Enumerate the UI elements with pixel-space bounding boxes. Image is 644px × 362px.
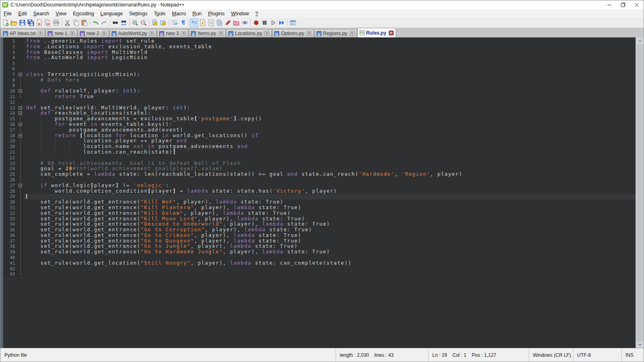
code-text[interactable]: set_rule(world.get_entrance("Kill Golem"… xyxy=(24,211,636,216)
code-text[interactable]: set_rule(world.get_entrance("Kill Plante… xyxy=(24,205,636,211)
code-line[interactable]: 29 xyxy=(3,194,636,200)
fold-collapse-icon[interactable] xyxy=(19,89,22,93)
tab-locations-py[interactable]: Locations.py× xyxy=(226,29,272,37)
menu-search[interactable]: Search xyxy=(30,10,53,17)
status-insert-mode[interactable]: INS xyxy=(621,348,644,362)
code-text[interactable]: from .Locations import exclusion_table, … xyxy=(24,44,636,50)
menu-language[interactable]: Language xyxy=(97,10,126,17)
cut-button[interactable] xyxy=(63,19,72,27)
code-text[interactable] xyxy=(24,255,636,261)
code-text[interactable]: set_rule(world.get_entrance("Descend to … xyxy=(24,222,636,227)
code-line[interactable]: 18 return [location for location in worl… xyxy=(3,133,636,139)
code-line[interactable]: 13def set_rules(world: MultiWorld, playe… xyxy=(3,105,636,111)
code-line[interactable]: 21 location.can_reach(state)] xyxy=(3,150,636,155)
code-line[interactable]: 9 xyxy=(3,83,636,88)
restore-button[interactable] xyxy=(616,0,630,9)
redo-button[interactable] xyxy=(100,19,108,27)
code-line[interactable]: 24 goal = 20#int(world.achievement_goal[… xyxy=(3,166,636,172)
tab-options-py[interactable]: Options.py× xyxy=(272,29,314,37)
code-line[interactable]: 5 xyxy=(3,61,636,66)
menu-macro[interactable]: Macro xyxy=(169,10,189,17)
code-line[interactable]: 32 set_rule(world.get_entrance("Kill Gol… xyxy=(3,211,636,216)
code-text[interactable] xyxy=(24,155,636,161)
tab-close-icon[interactable]: × xyxy=(102,31,107,36)
status-eol-format[interactable]: Windows (CR LF) xyxy=(529,348,573,362)
code-text[interactable]: set_rule(world.get_entrance("Kill WoF", … xyxy=(24,200,636,205)
tab-rules-py[interactable]: Rules.py× xyxy=(357,28,396,37)
document-list-button[interactable] xyxy=(215,19,224,27)
code-line[interactable]: 16 for event in events_table.keys(): xyxy=(3,122,636,128)
menu-run[interactable]: Run xyxy=(189,10,205,17)
code-line[interactable]: 42 xyxy=(3,266,636,272)
code-line[interactable]: 28 world.completion_condition[player] = … xyxy=(3,189,636,194)
tab-close-icon[interactable]: × xyxy=(149,31,154,36)
minimize-button[interactable] xyxy=(603,0,616,9)
code-text[interactable]: return [location for location in world.g… xyxy=(24,133,636,139)
code-line[interactable]: 26 xyxy=(3,177,636,183)
code-text[interactable]: # 88 total achievements. Goal is to defe… xyxy=(24,161,636,167)
monitoring-button[interactable] xyxy=(241,19,249,27)
folder-as-workspace-button[interactable] xyxy=(232,19,241,27)
new-file-button[interactable] xyxy=(1,19,10,27)
code-text[interactable]: location.player == player and xyxy=(24,138,636,144)
code-line[interactable]: 7class TerrariaLogic(LogicMixin): xyxy=(3,72,636,78)
tab-autoworld-py[interactable]: AutoWorld.py× xyxy=(109,29,157,37)
code-line[interactable]: 31 set_rule(world.get_entrance("Kill Pla… xyxy=(3,205,636,211)
code-line[interactable]: 36 set_rule(world.get_entrance("Go to Cr… xyxy=(3,233,636,239)
status-encoding[interactable]: UTF-8 xyxy=(573,348,621,362)
sync-scroll-horizontal-button[interactable] xyxy=(159,19,167,27)
code-line[interactable]: 30 set_rule(world.get_entrance("Kill WoF… xyxy=(3,200,636,205)
tab-close-icon[interactable]: × xyxy=(307,31,312,36)
tab-regions-py[interactable]: Regions.py× xyxy=(314,29,357,37)
code-line[interactable]: 22 xyxy=(3,155,636,161)
scroll-up-arrow-icon[interactable] xyxy=(636,37,644,44)
edit-marker-button[interactable] xyxy=(224,19,232,27)
code-text[interactable]: return True xyxy=(24,94,636,100)
code-line[interactable]: 27 if world.logic[player] != 'nologic': xyxy=(3,183,636,189)
tab-items-py[interactable]: Items.py× xyxy=(189,29,225,37)
code-line[interactable]: 40 xyxy=(3,255,636,261)
fold-margin[interactable] xyxy=(18,133,24,139)
macro-play-button[interactable] xyxy=(269,19,277,27)
code-text[interactable] xyxy=(24,266,636,272)
code-line[interactable]: 39 set_rule(world.get_entrance("Go to Ha… xyxy=(3,249,636,255)
code-text[interactable]: def rule(self, player: int): xyxy=(24,88,636,94)
code-text[interactable] xyxy=(24,194,636,200)
title-bar[interactable]: C:\Users\Dood\Documents\tmp\Archipelago\… xyxy=(0,0,644,9)
replace-button[interactable] xyxy=(120,19,128,27)
tab-close-icon[interactable]: × xyxy=(70,31,75,36)
menu-view[interactable]: View xyxy=(52,10,70,17)
fold-margin[interactable] xyxy=(18,111,24,116)
tab-new-2[interactable]: new 2× xyxy=(78,29,109,37)
code-line[interactable]: 17 postgame_advancements.add(event) xyxy=(3,128,636,133)
code-line[interactable]: 4from ..AutoWorld import LogicMixin xyxy=(3,55,636,61)
code-line[interactable]: 11 return True xyxy=(3,94,636,100)
zoom-out-button[interactable] xyxy=(139,19,148,27)
fold-collapse-icon[interactable] xyxy=(19,73,22,76)
code-line[interactable]: 19 location.player == player and xyxy=(3,138,636,144)
fold-collapse-icon[interactable] xyxy=(19,111,22,115)
tab-close-icon[interactable]: × xyxy=(38,31,43,36)
fold-margin[interactable] xyxy=(18,183,24,189)
code-text[interactable]: if world.logic[player] != 'nologic': xyxy=(24,183,636,189)
close-button[interactable] xyxy=(35,19,43,27)
document-map-button[interactable] xyxy=(207,19,215,27)
code-line[interactable]: 3from BaseClasses import MultiWorld xyxy=(3,50,636,56)
open-file-button[interactable] xyxy=(10,19,18,27)
tab-close-icon[interactable]: × xyxy=(219,31,223,36)
sync-scroll-vertical-button[interactable] xyxy=(151,19,159,27)
word-wrap-button[interactable] xyxy=(170,19,179,27)
fold-collapse-icon[interactable] xyxy=(19,184,22,187)
code-line[interactable]: 10 def rule(self, player: int): xyxy=(3,88,636,94)
code-text[interactable]: for event in events_table.keys(): xyxy=(24,122,636,128)
macro-run-multiple-button[interactable] xyxy=(277,19,286,27)
code-line[interactable]: 43 xyxy=(3,272,636,277)
code-line[interactable]: 33 set_rule(world.get_entrance("Kill Moo… xyxy=(3,216,636,222)
fold-collapse-icon[interactable] xyxy=(19,106,22,110)
code-text[interactable]: def set_rules(world: MultiWorld, player:… xyxy=(24,105,636,111)
close-all-button[interactable] xyxy=(43,19,52,27)
tab-close-icon[interactable]: × xyxy=(264,31,269,36)
fold-collapse-icon[interactable] xyxy=(19,134,22,138)
code-line[interactable]: 20 location.name not in postgame_advance… xyxy=(3,144,636,150)
tab-close-icon[interactable]: × xyxy=(350,31,355,36)
